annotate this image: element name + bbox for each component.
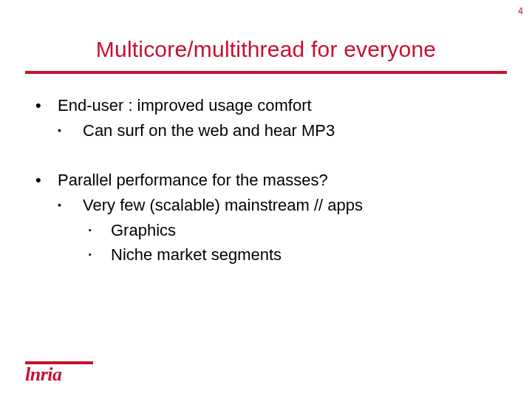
page-number: 4 xyxy=(518,6,523,16)
list-item-text: Can surf on the web and hear MP3 xyxy=(83,120,335,142)
slide-title: Multicore/multithread for everyone xyxy=(0,37,532,62)
list-item-text: Graphics xyxy=(111,219,176,242)
list-item: ▪ Niche market segments xyxy=(83,244,497,266)
title-rule xyxy=(25,71,507,74)
list-item: • Parallel performance for the masses? xyxy=(35,169,497,191)
bullet-dot-icon: • xyxy=(35,95,58,117)
list-item: • End-user : improved usage comfort xyxy=(35,95,497,117)
inria-logo: lnria xyxy=(25,366,93,383)
logo-area: lnria xyxy=(25,361,93,383)
list-item: ▪ Very few (scalable) mainstream // apps xyxy=(58,194,497,216)
list-item-text: Niche market segments xyxy=(111,244,282,266)
list-item-text: Very few (scalable) mainstream // apps xyxy=(83,194,363,216)
list-item-text: Parallel performance for the masses? xyxy=(58,169,328,191)
list-item: ▪ Can surf on the web and hear MP3 xyxy=(58,120,497,142)
bullet-square-icon: ▪ xyxy=(58,194,83,212)
bullet-dot-icon: • xyxy=(35,169,58,191)
bullet-square-icon: ▪ xyxy=(83,219,111,236)
content-area: • End-user : improved usage comfort ▪ Ca… xyxy=(35,95,497,269)
bullet-square-icon: ▪ xyxy=(83,244,111,260)
list-item-text: End-user : improved usage comfort xyxy=(58,95,312,117)
bullet-square-icon: ▪ xyxy=(58,120,83,137)
list-item: ▪ Graphics xyxy=(83,219,497,242)
slide: 4 Multicore/multithread for everyone • E… xyxy=(0,0,532,399)
